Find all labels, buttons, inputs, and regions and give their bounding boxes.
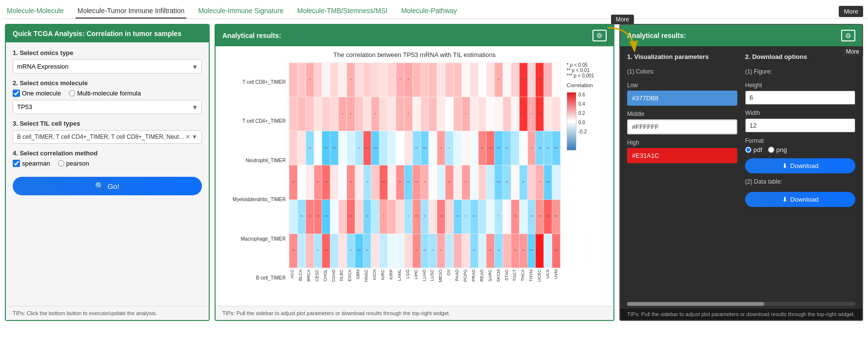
heatmap-right: * p < 0.05 ** p < 0.01 *** p < 0.001 Cor… bbox=[565, 62, 609, 298]
p-label-2: ** p < 0.01 bbox=[567, 68, 609, 73]
heatmap-cell bbox=[363, 63, 372, 97]
heatmap-cell bbox=[445, 63, 454, 97]
col-label: STAD bbox=[503, 268, 512, 282]
heatmap-cell bbox=[478, 234, 487, 268]
omics-select-wrapper[interactable]: mRNA Expression DNA Methylation Copy Num… bbox=[13, 59, 202, 74]
heatmap-cell bbox=[314, 131, 322, 165]
spearman-label[interactable]: spearman bbox=[13, 160, 50, 167]
molecule-select-wrapper[interactable]: TP53 ▼ bbox=[13, 100, 202, 114]
heatmap-cell bbox=[388, 63, 396, 97]
pearson-radio[interactable] bbox=[58, 160, 64, 167]
tab-molecule-tmb[interactable]: Molecule-TMB/Stemness/MSI bbox=[295, 4, 389, 19]
heatmap-cell: ** bbox=[503, 131, 511, 165]
heatmap-cell bbox=[494, 97, 503, 131]
go-button[interactable]: 🔍 Go! bbox=[13, 177, 202, 195]
molecule-one-label[interactable]: One molecule bbox=[13, 90, 61, 97]
more-button[interactable]: More bbox=[839, 6, 863, 17]
low-color-input[interactable] bbox=[627, 91, 737, 106]
heatmap-cell: *** bbox=[544, 200, 552, 234]
width-input[interactable] bbox=[745, 118, 855, 132]
heatmap-cell bbox=[371, 234, 379, 268]
heatmap-cell: *** bbox=[371, 131, 379, 165]
height-group: Height bbox=[745, 82, 855, 105]
heatmap-cell: *** bbox=[528, 234, 536, 268]
right-scrollbar[interactable] bbox=[627, 302, 855, 306]
tab-molecule-pathway[interactable]: Molecule-Pathway bbox=[399, 4, 459, 19]
heatmap-cell bbox=[478, 63, 487, 97]
heatmap-cell bbox=[306, 165, 314, 199]
middle-color-input[interactable] bbox=[627, 119, 737, 134]
heatmap-cell bbox=[330, 200, 338, 234]
chart-area: The correlation between TP53 mRNA with T… bbox=[216, 46, 613, 306]
heatmap-cell bbox=[338, 234, 347, 268]
heatmap-cell: ** bbox=[478, 131, 487, 165]
right-settings-button[interactable]: ⚙ bbox=[841, 30, 855, 41]
heatmap-cell bbox=[355, 200, 363, 234]
middle-panel: Analytical results: ⚙ The correlation be… bbox=[215, 24, 614, 321]
heatmap-cell: * bbox=[535, 165, 544, 199]
heatmap-cell bbox=[528, 165, 536, 199]
chart-title: The correlation between TP53 mRNA with T… bbox=[334, 51, 496, 58]
heatmap-cell: ** bbox=[396, 165, 404, 199]
heatmap-cell bbox=[421, 97, 429, 131]
width-group: Width bbox=[745, 110, 855, 132]
heatmap-cell: ** bbox=[494, 234, 503, 268]
molecule-multi-radio[interactable] bbox=[69, 90, 75, 96]
tab-molecule-molecule[interactable]: Molecule-Molecule bbox=[5, 4, 66, 19]
col-label: LUSC bbox=[429, 268, 437, 282]
heatmap-cell: *** bbox=[363, 131, 372, 165]
png-label[interactable]: png bbox=[768, 146, 787, 153]
row-label: B cell_TIMER bbox=[220, 274, 286, 282]
heatmap-cell: *** bbox=[519, 97, 528, 131]
middle-settings-button[interactable]: ⚙ bbox=[592, 30, 607, 41]
heatmap-cell bbox=[289, 200, 297, 234]
heatmap-cell bbox=[544, 97, 552, 131]
molecule-one-checkbox[interactable] bbox=[13, 90, 20, 97]
figure-download-button[interactable]: ⬇ Download bbox=[745, 158, 855, 173]
heatmap-cell: ** bbox=[519, 234, 528, 268]
heatmap-cell: *** bbox=[379, 165, 388, 199]
high-color-input[interactable] bbox=[627, 148, 737, 163]
heatmap-cell: *** bbox=[535, 63, 544, 97]
omics-select[interactable]: mRNA Expression DNA Methylation Copy Num… bbox=[13, 59, 202, 74]
heatmap-cell bbox=[503, 200, 511, 234]
til-label: 3. Select TIL cell types bbox=[13, 120, 202, 127]
color-scale bbox=[567, 92, 576, 150]
col-label: GBM bbox=[355, 268, 363, 281]
height-input[interactable] bbox=[745, 91, 855, 105]
til-select-input[interactable]: B cell_TIMER, T cell CD4+_TIMER, T cell … bbox=[13, 130, 202, 144]
heatmap-cell bbox=[289, 131, 297, 165]
pdf-label[interactable]: pdf bbox=[745, 146, 762, 153]
data-download-button[interactable]: ⬇ Download bbox=[745, 192, 855, 207]
pearson-label[interactable]: pearson bbox=[58, 160, 89, 167]
heatmap-cell: * bbox=[462, 97, 470, 131]
heatmap-cell: * bbox=[371, 97, 379, 131]
viz-col: 1. Visualization parameters (1) Colors: … bbox=[627, 53, 737, 293]
spearman-checkbox[interactable] bbox=[13, 160, 20, 167]
heatmap-cell bbox=[429, 63, 437, 97]
heatmap-cell: * bbox=[404, 63, 413, 97]
col-label: UVM bbox=[552, 268, 561, 280]
pdf-radio[interactable] bbox=[745, 147, 751, 153]
col-label: ACC bbox=[289, 268, 297, 280]
col-label: HNSC bbox=[363, 268, 371, 283]
tab-molecule-tumor[interactable]: Molecule-Tumor Immune Infiltration bbox=[76, 4, 187, 19]
molecule-multi-label[interactable]: Multi-molecule formula bbox=[69, 90, 141, 97]
molecule-label: 2. Select omics molecule bbox=[13, 79, 202, 87]
col-label: ESCA bbox=[346, 268, 355, 282]
heatmap-cell bbox=[486, 165, 494, 199]
heatmap-cell bbox=[396, 234, 404, 268]
heatmap-cell: * bbox=[429, 234, 437, 268]
go-label: Go! bbox=[107, 182, 119, 190]
col-label: CESC bbox=[314, 268, 322, 282]
heatmap-cell: *** bbox=[421, 131, 429, 165]
scale-labels: 0.60.40.20.0-0.2 bbox=[578, 92, 587, 150]
tab-molecule-immune[interactable]: Molecule-Immune Signature bbox=[196, 4, 285, 19]
png-radio[interactable] bbox=[768, 147, 774, 153]
heatmap-cell bbox=[363, 97, 372, 131]
col-label: TGCT bbox=[511, 268, 519, 282]
molecule-select[interactable]: TP53 bbox=[13, 100, 202, 114]
til-icons: ✕ ▼ bbox=[185, 133, 197, 140]
heatmap-cell: * bbox=[404, 200, 413, 234]
heatmap-cell bbox=[322, 63, 330, 97]
